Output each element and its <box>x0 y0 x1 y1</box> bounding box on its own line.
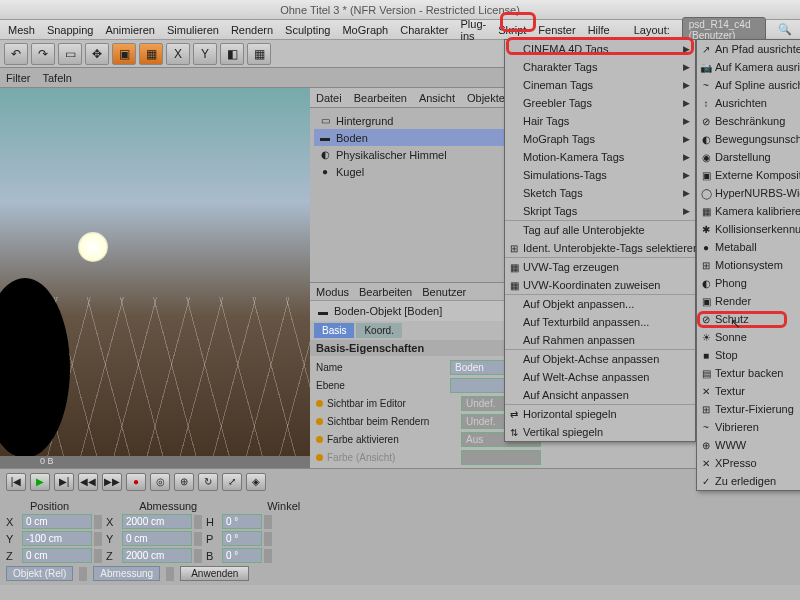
viewport[interactable]: 0 B <box>0 88 310 468</box>
menu-item[interactable]: CINEMA 4D Tags▶ <box>505 40 695 58</box>
menu-item[interactable]: ✕Textur <box>697 382 800 400</box>
record-button[interactable]: ● <box>126 473 146 491</box>
next-key-button[interactable]: ▶▶ <box>102 473 122 491</box>
menu-animieren[interactable]: Animieren <box>105 24 155 36</box>
menu-item[interactable]: ◯HyperNURBS-Wic <box>697 184 800 202</box>
menu-item[interactable]: ↕Ausrichten <box>697 94 800 112</box>
tool-x[interactable]: X <box>166 43 190 65</box>
tool-cube[interactable]: ◧ <box>220 43 244 65</box>
apply-button[interactable]: Anwenden <box>180 566 249 581</box>
menu-item[interactable]: ⊕WWW <box>697 436 800 454</box>
tafeln-menu[interactable]: Tafeln <box>42 72 71 84</box>
key-scale-button[interactable]: ⤢ <box>222 473 242 491</box>
attr-input[interactable] <box>461 450 541 465</box>
coord-input[interactable] <box>22 548 92 563</box>
attr-benutzer[interactable]: Benutzer <box>422 286 466 298</box>
coord-input[interactable] <box>122 548 192 563</box>
filter-menu[interactable]: Filter <box>6 72 30 84</box>
tab-koord[interactable]: Koord. <box>356 323 401 338</box>
menu-item[interactable]: ◐Bewegungsunschä <box>697 130 800 148</box>
menu-skript[interactable]: Skript <box>498 24 526 36</box>
stepper-icon[interactable] <box>264 549 272 563</box>
menu-item[interactable]: Charakter Tags▶ <box>505 58 695 76</box>
coord-input[interactable] <box>122 514 192 529</box>
menu-sculpting[interactable]: Sculpting <box>285 24 330 36</box>
menu-item[interactable]: Motion-Kamera Tags▶ <box>505 148 695 166</box>
tool-select[interactable]: ▭ <box>58 43 82 65</box>
tool-y[interactable]: Y <box>193 43 217 65</box>
menu-item[interactable]: Skript Tags▶ <box>505 202 695 220</box>
coord-input[interactable] <box>122 531 192 546</box>
menu-item[interactable]: ↗An Pfad ausrichten <box>697 40 800 58</box>
menu-item[interactable]: ✕XPresso <box>697 454 800 472</box>
menu-item[interactable]: ▤Textur backen <box>697 364 800 382</box>
coord-input[interactable] <box>222 514 262 529</box>
goto-start-button[interactable]: |◀ <box>6 473 26 491</box>
menu-item[interactable]: Hair Tags▶ <box>505 112 695 130</box>
menu-item[interactable]: 📷Auf Kamera ausric <box>697 58 800 76</box>
stepper-icon[interactable] <box>264 515 272 529</box>
tool-render[interactable]: ▣ <box>112 43 136 65</box>
om-ansicht[interactable]: Ansicht <box>419 92 455 104</box>
menu-hilfe[interactable]: Hilfe <box>588 24 610 36</box>
coord-input[interactable] <box>22 514 92 529</box>
menu-item[interactable]: ■Stop <box>697 346 800 364</box>
menu-item[interactable]: MoGraph Tags▶ <box>505 130 695 148</box>
menu-item[interactable]: ⊞Ident. Unterobjekte-Tags selektieren <box>505 239 695 257</box>
menu-item[interactable]: ☀Sonne <box>697 328 800 346</box>
key-pos-button[interactable]: ⊕ <box>174 473 194 491</box>
tool-undo[interactable]: ↶ <box>4 43 28 65</box>
tool-redo[interactable]: ↷ <box>31 43 55 65</box>
menu-item[interactable]: ▣Externe Komposit <box>697 166 800 184</box>
om-bearbeiten[interactable]: Bearbeiten <box>354 92 407 104</box>
stepper-icon[interactable] <box>166 567 174 581</box>
size-mode-select[interactable]: Abmessung <box>93 566 160 581</box>
menu-item[interactable]: Tag auf alle Unterobjekte <box>505 220 695 239</box>
attr-modus[interactable]: Modus <box>316 286 349 298</box>
menu-charakter[interactable]: Charakter <box>400 24 448 36</box>
tool-render-pv[interactable]: ▦ <box>139 43 163 65</box>
menu-item[interactable]: ▣Render <box>697 292 800 310</box>
coord-input[interactable] <box>22 531 92 546</box>
play-button[interactable]: ▶ <box>30 473 50 491</box>
menu-item[interactable]: Greebler Tags▶ <box>505 94 695 112</box>
menu-snapping[interactable]: Snapping <box>47 24 94 36</box>
search-icon[interactable]: 🔍 <box>778 23 792 36</box>
key-param-button[interactable]: ◈ <box>246 473 266 491</box>
coord-input[interactable] <box>222 548 262 563</box>
menu-item[interactable]: ⊞Motionsystem <box>697 256 800 274</box>
stepper-icon[interactable] <box>94 549 102 563</box>
stepper-icon[interactable] <box>194 532 202 546</box>
key-rot-button[interactable]: ↻ <box>198 473 218 491</box>
menu-item[interactable]: Sketch Tags▶ <box>505 184 695 202</box>
menu-item[interactable]: ~Vibrieren <box>697 418 800 436</box>
coord-input[interactable] <box>222 531 262 546</box>
menu-simulieren[interactable]: Simulieren <box>167 24 219 36</box>
menu-item[interactable]: ⊘Schutz <box>697 310 800 328</box>
menu-item[interactable]: ~Auf Spline ausrich <box>697 76 800 94</box>
tool-move[interactable]: ✥ <box>85 43 109 65</box>
prev-key-button[interactable]: ◀◀ <box>78 473 98 491</box>
autokey-button[interactable]: ◎ <box>150 473 170 491</box>
om-datei[interactable]: Datei <box>316 92 342 104</box>
menu-item[interactable]: ⊘Beschränkung <box>697 112 800 130</box>
menu-plugins[interactable]: Plug-ins <box>461 18 487 42</box>
menu-item[interactable]: ●Metaball <box>697 238 800 256</box>
stepper-icon[interactable] <box>264 532 272 546</box>
menu-item[interactable]: ⊞Textur-Fixierung <box>697 400 800 418</box>
menu-item[interactable]: ✓Zu erledigen <box>697 472 800 490</box>
stepper-icon[interactable] <box>194 515 202 529</box>
tab-basis[interactable]: Basis <box>314 323 354 338</box>
menu-mograph[interactable]: MoGraph <box>342 24 388 36</box>
menu-item[interactable]: Cineman Tags▶ <box>505 76 695 94</box>
tool-grid[interactable]: ▦ <box>247 43 271 65</box>
menu-fenster[interactable]: Fenster <box>538 24 575 36</box>
menu-item[interactable]: Simulations-Tags▶ <box>505 166 695 184</box>
attr-bearbeiten[interactable]: Bearbeiten <box>359 286 412 298</box>
stepper-icon[interactable] <box>94 532 102 546</box>
menu-rendern[interactable]: Rendern <box>231 24 273 36</box>
menu-item[interactable]: ◉Darstellung <box>697 148 800 166</box>
stepper-icon[interactable] <box>94 515 102 529</box>
menu-item[interactable]: ▦Kamera kalibriere <box>697 202 800 220</box>
menu-mesh[interactable]: Mesh <box>8 24 35 36</box>
